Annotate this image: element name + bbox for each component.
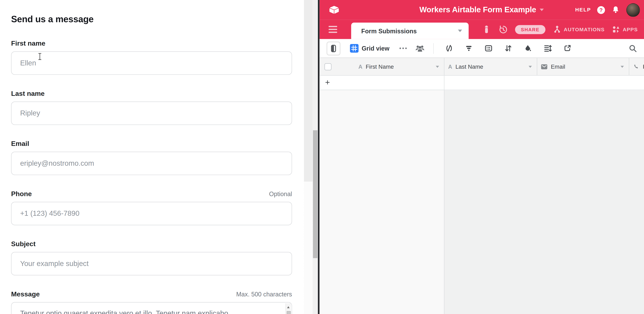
- column-name: Email: [551, 63, 565, 70]
- column-header-email[interactable]: Email: [537, 58, 629, 75]
- apps-button[interactable]: APPS: [612, 25, 638, 34]
- search-icon[interactable]: [628, 44, 637, 53]
- phone-label: Phone: [11, 190, 32, 197]
- user-avatar[interactable]: [626, 3, 640, 17]
- scroll-up-arrow-icon[interactable]: [287, 306, 290, 308]
- field-phone: Phone Optional: [11, 190, 292, 225]
- view-sidebar-toggle-button[interactable]: [326, 41, 340, 55]
- subject-input[interactable]: [11, 252, 292, 275]
- view-toolbar: Grid view: [320, 39, 644, 58]
- trash-icon[interactable]: [482, 25, 491, 34]
- tabbar-right-cluster: SHARE AUTOMATIONS: [482, 20, 638, 39]
- phone-input[interactable]: [11, 202, 292, 225]
- row-height-icon[interactable]: [544, 44, 552, 53]
- left-pane-scrollbar[interactable]: [312, 0, 318, 314]
- message-text: Tenetur optio quaerat expedita vero et i…: [20, 309, 279, 314]
- base-title[interactable]: Workers Airtable Form Example: [420, 5, 536, 14]
- message-maxchars-note: Max. 500 characters: [236, 290, 292, 297]
- add-row-plus-icon[interactable]: +: [325, 78, 330, 87]
- table-tab-label: Form Submissions: [351, 27, 417, 34]
- base-history-icon[interactable]: [498, 25, 508, 34]
- grid-view-icon[interactable]: [350, 44, 358, 53]
- share-button[interactable]: SHARE: [515, 25, 545, 34]
- table-tab-caret-icon[interactable]: [458, 30, 462, 32]
- table-tab-form-submissions[interactable]: Form Submissions: [351, 23, 468, 39]
- toolbar-divider: [434, 43, 434, 54]
- column-caret-icon[interactable]: [436, 66, 439, 68]
- grid-header-row: A First Name A Last Name Email: [320, 58, 644, 76]
- collaborators-icon[interactable]: [415, 45, 425, 52]
- left-pane-scrollbar-thumb[interactable]: [313, 130, 318, 258]
- airtable-topbar: Workers Airtable Form Example HELP ?: [320, 0, 644, 20]
- automations-label: AUTOMATIONS: [564, 27, 605, 32]
- last-name-label: Last name: [11, 90, 44, 97]
- automations-button[interactable]: AUTOMATIONS: [552, 25, 604, 34]
- email-field-type-icon: [541, 64, 548, 69]
- apps-label: APPS: [623, 27, 638, 32]
- text-cursor-icon: [38, 53, 42, 60]
- group-icon[interactable]: [484, 44, 493, 53]
- phone-field-type-icon: [633, 63, 640, 70]
- tables-menu-icon[interactable]: [328, 26, 337, 33]
- automations-icon: [552, 25, 562, 34]
- form-title: Send us a message: [11, 14, 292, 25]
- filter-icon[interactable]: [465, 44, 473, 53]
- topbar-right-cluster: HELP ?: [575, 0, 640, 20]
- column-caret-icon[interactable]: [529, 66, 532, 68]
- left-pane-gutter: [304, 0, 312, 314]
- column-name: Last Name: [456, 63, 483, 70]
- add-row[interactable]: +: [320, 76, 644, 90]
- column-header-phone[interactable]: Phone: [629, 58, 644, 75]
- column-caret-icon[interactable]: [620, 66, 624, 68]
- last-name-input[interactable]: [11, 102, 292, 125]
- text-field-type-icon: A: [358, 64, 362, 70]
- sort-icon[interactable]: [504, 44, 513, 53]
- subject-label: Subject: [11, 240, 36, 247]
- email-label: Email: [11, 140, 29, 147]
- select-all-checkbox[interactable]: [324, 63, 331, 70]
- grid-body-frozen-area: [320, 90, 444, 314]
- hide-fields-icon[interactable]: [445, 44, 454, 53]
- message-textarea[interactable]: Tenetur optio quaerat expedita vero et i…: [11, 302, 292, 314]
- field-message: Message Max. 500 characters Tenetur opti…: [11, 290, 292, 314]
- message-scrollbar-thumb[interactable]: [286, 311, 290, 314]
- field-last-name: Last name: [11, 90, 292, 125]
- column-header-last-name[interactable]: A Last Name: [444, 58, 537, 75]
- share-view-icon[interactable]: [563, 44, 572, 53]
- field-first-name: First name: [11, 40, 292, 75]
- airtable-pane: Workers Airtable Form Example HELP ? For…: [320, 0, 644, 314]
- column-name: Phone: [643, 63, 644, 70]
- text-field-type-icon: A: [448, 64, 452, 70]
- screen: Send us a message First name Last name E…: [0, 0, 644, 314]
- field-email: Email: [11, 140, 292, 175]
- share-label: SHARE: [521, 27, 540, 32]
- sidebar-panel-icon: [331, 45, 336, 52]
- field-subject: Subject: [11, 240, 292, 275]
- first-name-label: First name: [11, 40, 46, 47]
- grid-body-area: [444, 90, 644, 314]
- column-name: First Name: [366, 63, 394, 70]
- message-scrollbar[interactable]: [286, 303, 291, 314]
- email-input[interactable]: [11, 152, 292, 175]
- help-question-icon[interactable]: ?: [597, 6, 605, 14]
- first-name-input[interactable]: [11, 52, 292, 75]
- message-label: Message: [11, 290, 40, 297]
- airtable-tabbar: Form Submissions: [320, 20, 644, 39]
- notifications-bell-icon[interactable]: [611, 5, 620, 14]
- column-header-first-name[interactable]: A First Name: [320, 58, 444, 75]
- color-icon[interactable]: [524, 44, 532, 53]
- phone-optional-note: Optional: [269, 190, 292, 197]
- apps-icon: [612, 25, 620, 34]
- window-divider: [318, 0, 320, 314]
- view-name-label[interactable]: Grid view: [362, 45, 390, 52]
- view-options-dots-icon[interactable]: [399, 47, 407, 49]
- help-button[interactable]: HELP: [575, 7, 591, 13]
- base-title-caret-icon[interactable]: [540, 9, 544, 11]
- contact-form-pane: Send us a message First name Last name E…: [0, 0, 304, 314]
- frozen-column-divider: [444, 76, 444, 314]
